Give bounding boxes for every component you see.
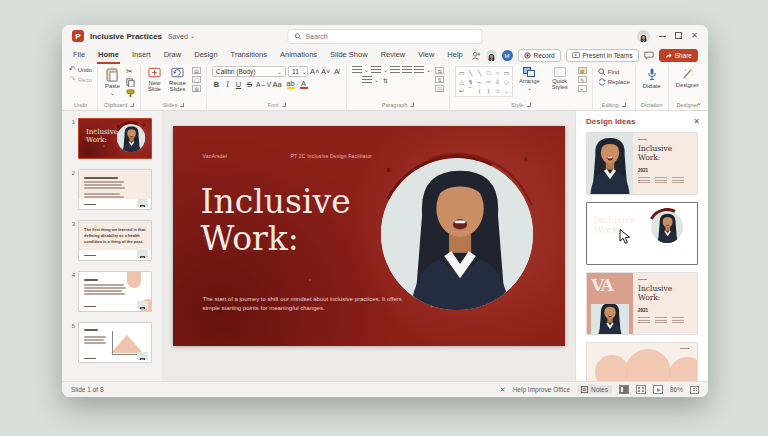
tab-transitions[interactable]: Transitions — [230, 47, 268, 64]
format-painter-icon[interactable] — [126, 89, 135, 98]
slide-canvas[interactable]: VanArsdel PT 2C Inclusive Design Facilit… — [173, 126, 565, 346]
tab-view[interactable]: View — [417, 47, 435, 64]
user-avatar[interactable] — [637, 30, 650, 43]
collapse-ribbon-icon[interactable]: ⌄ — [696, 99, 702, 107]
change-case-button[interactable]: Aa — [271, 80, 283, 89]
replace-button[interactable]: Replace — [598, 78, 630, 86]
zoom-level[interactable]: 86% — [670, 386, 683, 393]
align-text-icon[interactable]: ⇅ — [435, 76, 444, 83]
shape-glyph[interactable]: ) — [484, 86, 493, 95]
shape-glyph[interactable]: ⌒ — [466, 86, 475, 95]
shape-fill-icon[interactable]: ◍ — [578, 67, 587, 74]
decrease-indent-button[interactable] — [390, 66, 400, 74]
notes-button[interactable]: Notes — [577, 385, 612, 394]
slide-thumbnail-5[interactable] — [78, 322, 152, 363]
person-add-icon[interactable] — [471, 51, 481, 60]
close-button[interactable]: ✕ — [691, 32, 698, 40]
record-button[interactable]: Record — [518, 49, 561, 62]
present-in-teams-button[interactable]: Present in Teams — [566, 49, 639, 62]
clipboard-dialog-launcher[interactable] — [130, 103, 134, 107]
shape-glyph[interactable]: ▭ — [457, 68, 466, 77]
close-icon[interactable]: ✕ — [693, 118, 700, 126]
slide-thumbnail-4[interactable] — [78, 271, 152, 312]
share-button[interactable]: Share — [659, 49, 698, 62]
shape-glyph[interactable]: ◇ — [502, 77, 511, 86]
dictate-button[interactable]: Dictate — [641, 66, 663, 90]
shape-glyph[interactable]: ⇩ — [493, 77, 502, 86]
paste-button[interactable]: Paste⌄ — [103, 66, 122, 97]
redo-button[interactable]: ↷Redo — [69, 76, 92, 84]
tab-review[interactable]: Review — [380, 47, 407, 64]
text-highlight-button[interactable]: ab — [285, 79, 296, 89]
new-slide-button[interactable]: New Slide — [146, 66, 163, 94]
editing-dialog-launcher[interactable] — [622, 103, 626, 107]
undo-button[interactable]: ↶Undo — [69, 66, 92, 74]
tab-design[interactable]: Design — [193, 47, 218, 64]
increase-indent-button[interactable] — [402, 66, 412, 74]
reuse-slides-button[interactable]: Reuse Slides — [167, 66, 188, 94]
shape-glyph[interactable]: ⌄ — [502, 86, 511, 95]
shape-effects-icon[interactable]: ◐ — [578, 85, 587, 92]
shape-glyph[interactable]: ▭ — [502, 68, 511, 77]
text-direction-icon[interactable]: ⇆ — [435, 67, 444, 74]
shape-glyph[interactable]: ☆ — [493, 86, 502, 95]
slide-body-text[interactable]: The start of a journey to shift our mind… — [203, 295, 408, 314]
tab-slide-show[interactable]: Slide Show — [329, 47, 369, 64]
design-idea-1[interactable]: Inclusive Work: 2021 — [586, 132, 698, 195]
grow-font-button[interactable]: A˄ — [310, 67, 319, 76]
slide-eyebrow-subtitle[interactable]: PT 2C Inclusive Design Facilitator — [291, 153, 373, 159]
text-direction-button[interactable]: ⇅ — [381, 77, 390, 84]
design-idea-4[interactable]: Inclusive — [586, 342, 698, 381]
shape-glyph[interactable]: ╲ — [475, 68, 484, 77]
save-status[interactable]: Saved⌄ — [168, 33, 195, 40]
shape-glyph[interactable]: ⇨ — [484, 77, 493, 86]
slide-thumbnail-2[interactable] — [78, 169, 152, 210]
minimize-button[interactable] — [659, 32, 666, 40]
search-box[interactable] — [288, 29, 483, 44]
shape-glyph[interactable]: ( — [475, 86, 484, 95]
shape-glyph[interactable]: ╲ — [466, 68, 475, 77]
bold-button[interactable]: B — [212, 80, 221, 89]
numbering-button[interactable]: ⌄ — [371, 66, 388, 74]
italic-button[interactable]: I — [223, 80, 232, 89]
shapes-gallery[interactable]: ▭╲╲□○▭ △↯⌐⇨⇩◇ ↩⌒()☆⌄ — [455, 66, 513, 97]
slide-section-icon[interactable]: ▥ — [192, 85, 201, 92]
character-spacing-button[interactable]: A⇔V — [256, 81, 269, 88]
strikethrough-button[interactable]: S — [245, 80, 254, 89]
tab-animations[interactable]: Animations — [279, 47, 318, 64]
shape-glyph[interactable]: ○ — [493, 68, 502, 77]
line-spacing-button[interactable]: ⌄ — [414, 66, 431, 74]
tab-home[interactable]: Home — [97, 47, 120, 64]
comment-icon[interactable] — [644, 51, 654, 60]
shape-glyph[interactable]: ↩ — [457, 86, 466, 95]
font-family-select[interactable]: Calibri (Body)⌄ — [212, 66, 286, 77]
arrange-button[interactable]: Arrange⌄ — [517, 66, 542, 92]
slide-eyebrow-company[interactable]: VanArsdel — [203, 153, 228, 159]
fit-slide-to-window-icon[interactable] — [690, 386, 699, 394]
design-idea-3[interactable]: VA Inclusive Work: 2021 — [586, 272, 698, 335]
slide-thumbnail-1[interactable]: InclusiveWork: — [78, 118, 152, 159]
font-dialog-launcher[interactable] — [282, 103, 286, 107]
bullets-button[interactable]: ⌄ — [352, 66, 369, 74]
tab-file[interactable]: File — [72, 47, 86, 64]
slide-reset-icon[interactable]: ▢ — [192, 76, 201, 83]
normal-view-button[interactable] — [619, 385, 629, 394]
font-color-button[interactable]: A — [298, 79, 309, 89]
collaborator-avatar-2[interactable]: M — [502, 50, 513, 61]
cut-icon[interactable]: ✂ — [126, 68, 135, 76]
underline-button[interactable]: U — [234, 80, 243, 89]
tab-help[interactable]: Help — [446, 47, 463, 64]
dismiss-help-icon[interactable]: ✕ — [500, 386, 506, 394]
slide-show-button[interactable] — [653, 385, 663, 394]
font-size-select[interactable]: 11⌄ — [288, 66, 308, 77]
tab-insert[interactable]: Insert — [131, 47, 152, 64]
copy-icon[interactable] — [126, 78, 135, 87]
align-center-button[interactable] — [354, 77, 356, 83]
shape-outline-icon[interactable]: ✎ — [578, 76, 587, 83]
paragraph-dialog-launcher[interactable] — [410, 103, 414, 107]
clear-formatting-button[interactable]: A̸ — [332, 67, 341, 76]
maximize-button[interactable] — [675, 32, 682, 41]
shape-glyph[interactable]: ↯ — [466, 77, 475, 86]
slide-thumbnail-3[interactable]: The first thing we learned is that defin… — [78, 220, 152, 261]
columns-button[interactable]: ⌄ — [362, 76, 379, 84]
